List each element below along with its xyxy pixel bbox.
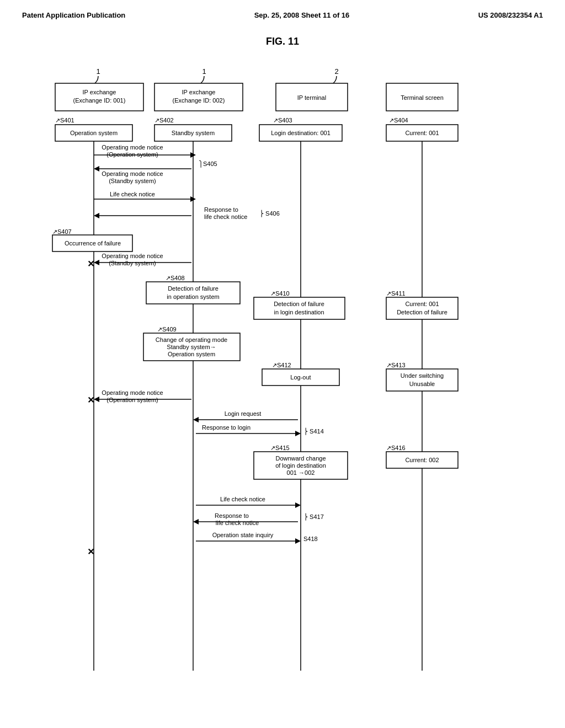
downward-change-1: Downward change (275, 455, 326, 462)
step-s408: ↗S408 (166, 275, 185, 281)
operation-system-label: Operation system (70, 130, 118, 136)
step-s413: ↗S413 (386, 362, 406, 368)
arrowhead-6 (94, 397, 99, 402)
under-switching-2: Unusable (409, 381, 435, 387)
msg-resp-life2-2: life check notice (216, 520, 259, 526)
msg-op-mode-sb2-2: (Standby system) (109, 260, 156, 266)
under-switching-1: Under switching (401, 372, 444, 379)
step-s409: ↗S409 (157, 326, 177, 333)
msg-op-state: Operation state inquiry (212, 532, 274, 538)
ip-exchange-001-label: IP exchange (83, 89, 116, 95)
msg-life-check2: Life check notice (220, 496, 265, 502)
fig-title: FIG. 11 (22, 36, 543, 47)
ref-1b: 1 (202, 67, 206, 76)
arrowhead-9 (295, 502, 301, 508)
msg-op-mode-sb-1: Operating mode notice (102, 170, 163, 177)
ip-exchange-002-id: (Exchange ID: 002) (173, 97, 225, 104)
page: Patent Application Publication Sep. 25, … (0, 0, 565, 728)
msg-resp-life2-1: Response to (215, 512, 249, 519)
detect-fail-op-1: Detection of failure (168, 285, 218, 292)
arrowhead-4 (94, 213, 99, 218)
ip-exchange-002-label: IP exchange (182, 89, 216, 95)
arrowhead-2 (94, 166, 99, 172)
step-s412: ↗S412 (272, 362, 291, 368)
msg-life-check: Life check notice (110, 191, 155, 197)
step-s411: ↗S411 (386, 290, 406, 297)
step-s401: ↗S401 (55, 117, 74, 124)
msg-op-mode-sb2-1: Operating mode notice (102, 253, 163, 259)
step-s404: ↗S404 (389, 117, 408, 124)
step-s418: S418 (303, 536, 318, 542)
step-s407: ↗S407 (52, 228, 72, 235)
standby-system-label: Standby system (172, 130, 215, 136)
login-dest-label: Login destination: 001 (271, 130, 331, 136)
ref-1a: 1 (96, 67, 100, 76)
current-002-label: Current: 002 (405, 457, 439, 463)
msg-resp-life-2: life check notice (204, 213, 247, 220)
step-s416: ↗S416 (386, 445, 406, 451)
step-s414: ⎬ S414 (303, 427, 324, 435)
msg-resp-login: Response to login (202, 424, 250, 431)
terminal-screen-label: Terminal screen (401, 94, 444, 101)
msg-op-mode-op2-2: (Operation system) (106, 397, 158, 403)
step-s402: ↗S402 (154, 117, 174, 124)
detect-fail-login-1: Detection of failure (274, 301, 324, 307)
step-s417: ⎬ S417 (303, 513, 324, 521)
arrowhead-7 (193, 417, 199, 422)
msg-op-mode-op2-1: Operating mode notice (102, 389, 163, 396)
arrowhead-5 (94, 260, 99, 265)
logout-label: Log-out (290, 374, 311, 381)
x-mark-3: ✕ (87, 547, 94, 556)
step-s405: ⎫S405 (199, 160, 217, 168)
arrowhead-11 (295, 538, 301, 544)
x-mark-2: ✕ (87, 395, 94, 405)
current-001-label: Current: 001 (405, 130, 439, 136)
detect-fail-login-2: in login destination (274, 309, 324, 315)
msg-op-mode-op-1: Operating mode notice (102, 144, 163, 151)
ip-terminal-label: IP terminal (297, 94, 326, 101)
step-s406: ⎬ S406 (259, 210, 280, 217)
diagram-svg: 1 1 2 IP exchange (Exchange ID: 001) IP … (22, 58, 546, 682)
downward-change-3: 001 →002 (287, 469, 315, 476)
publication-label: Patent Application Publication (22, 11, 125, 19)
msg-op-mode-sb-2: (Standby system) (109, 178, 156, 184)
msg-login-req: Login request (225, 410, 262, 417)
page-header: Patent Application Publication Sep. 25, … (22, 11, 543, 19)
ref-2: 2 (334, 67, 338, 76)
arrowhead-10 (193, 519, 199, 524)
msg-op-mode-op-2: (Operation system) (106, 151, 158, 158)
downward-change-2: of login destination (275, 462, 326, 469)
x-mark-1: ✕ (87, 259, 94, 269)
msg-resp-life-1: Response to (204, 206, 238, 213)
patent-number-label: US 2008/232354 A1 (478, 11, 543, 19)
change-op-mode-3: Operation system (168, 351, 215, 357)
date-sheet-label: Sep. 25, 2008 Sheet 11 of 16 (254, 11, 350, 19)
change-op-mode-1: Change of operating mode (156, 336, 227, 343)
step-s410: ↗S410 (270, 290, 290, 297)
detect-fail-op-2: in operation system (167, 293, 219, 300)
current-001-fail-2: Detection of failure (397, 309, 447, 315)
change-op-mode-2: Standby system→ (167, 344, 216, 350)
step-s403: ↗S403 (273, 117, 292, 124)
occurrence-failure-label: Occurrence of failure (65, 240, 121, 247)
arrowhead-8 (295, 431, 301, 436)
ip-exchange-001-id: (Exchange ID: 001) (73, 97, 126, 104)
current-001-fail-1: Current: 001 (405, 301, 439, 307)
step-s415: ↗S415 (270, 445, 290, 451)
